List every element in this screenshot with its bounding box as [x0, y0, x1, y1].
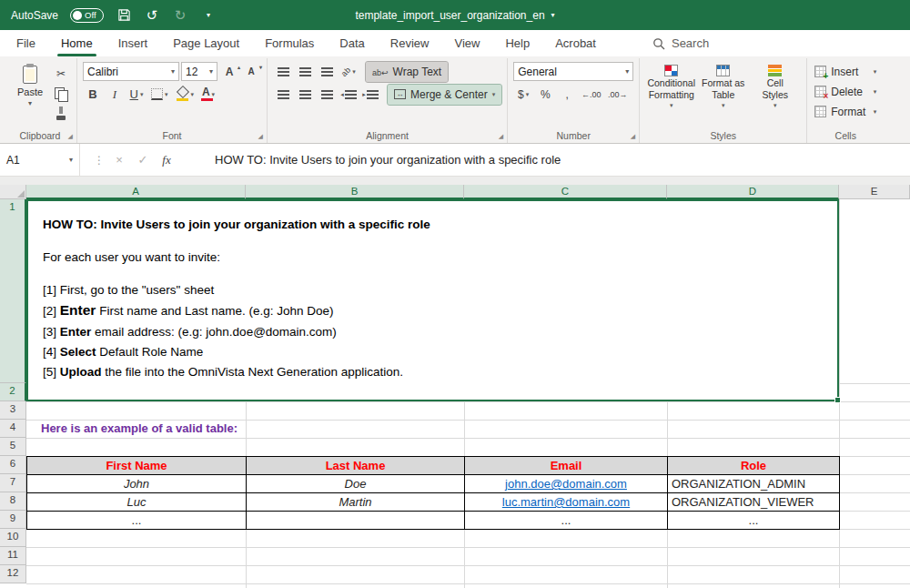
table-cell[interactable] [247, 512, 465, 530]
align-middle-button[interactable] [295, 63, 315, 81]
selection-fill-handle[interactable] [834, 397, 841, 403]
insert-cells-button[interactable]: Insert [813, 62, 878, 81]
row-header-9[interactable]: 9 [0, 511, 26, 529]
format-as-table-button[interactable]: Format as Table [697, 60, 749, 129]
number-format-select[interactable]: General [513, 62, 633, 81]
column-header-E[interactable]: E [839, 185, 910, 199]
select-all-corner[interactable] [0, 185, 26, 199]
customize-qat-button[interactable] [200, 7, 217, 24]
row-header-6[interactable]: 6 [0, 456, 26, 474]
conditional-formatting-button[interactable]: Conditional Formatting [645, 60, 697, 129]
table-header-role[interactable]: Role [668, 457, 840, 475]
wrap-text-button[interactable]: Wrap Text [366, 62, 448, 82]
align-top-button[interactable] [273, 63, 293, 81]
increase-indent-button[interactable] [360, 86, 380, 104]
align-right-button[interactable] [317, 86, 337, 104]
fill-color-button[interactable] [173, 86, 197, 104]
tab-file[interactable]: File [4, 30, 48, 56]
row-header-2[interactable]: 2 [0, 383, 26, 401]
merged-cell-A1[interactable]: HOW TO: Invite Users to join your organi… [26, 199, 839, 401]
insert-function-button[interactable]: fx [155, 153, 178, 167]
email-link[interactable]: luc.martin@domain.com [465, 493, 668, 512]
clipboard-dialog-launcher[interactable]: ◢ [68, 133, 73, 140]
formula-input[interactable]: HOW TO: Invite Users to join your organi… [215, 144, 561, 176]
font-color-button[interactable]: A [198, 86, 218, 104]
underline-button[interactable]: U [126, 86, 147, 104]
format-painter-button[interactable] [51, 105, 71, 123]
redo-button[interactable]: ↻ [172, 7, 188, 24]
cut-button[interactable]: ✂ [51, 65, 71, 83]
row-header-10[interactable]: 10 [0, 529, 26, 547]
font-dialog-launcher[interactable]: ◢ [258, 133, 263, 140]
autosave-toggle[interactable]: Off [70, 8, 104, 23]
document-title[interactable]: template_import_user_organization_en [355, 0, 554, 30]
alignment-dialog-launcher[interactable]: ◢ [499, 133, 503, 140]
row-header-8[interactable]: 8 [0, 492, 26, 511]
increase-font-size-button[interactable]: A [219, 63, 239, 81]
tab-insert[interactable]: Insert [106, 30, 161, 56]
font-name-select[interactable]: Calibri [83, 62, 179, 81]
comma-style-button[interactable]: , [557, 86, 577, 104]
table-cell[interactable]: Martin [247, 493, 465, 512]
name-box[interactable]: A1 [0, 144, 80, 176]
paste-button[interactable]: Paste [9, 60, 51, 129]
decrease-font-size-button[interactable]: A [241, 63, 261, 81]
row-header-12[interactable]: 12 [0, 565, 26, 583]
email-link[interactable]: john.doe@domain.com [465, 475, 668, 493]
align-bottom-button[interactable] [317, 63, 337, 81]
undo-button[interactable]: ↺ [144, 7, 160, 24]
table-header-email[interactable]: Email [465, 457, 668, 475]
decrease-decimal-button[interactable]: .00→ [605, 86, 630, 104]
table-cell[interactable]: Doe [247, 475, 465, 493]
percent-style-button[interactable]: % [535, 86, 555, 104]
row-header-7[interactable]: 7 [0, 474, 26, 492]
table-header-first-name[interactable]: First Name [27, 457, 247, 475]
column-header-B[interactable]: B [246, 185, 464, 199]
search-box[interactable]: Search [652, 30, 709, 56]
table-cell[interactable]: ... [27, 512, 247, 530]
tab-help[interactable]: Help [492, 30, 542, 56]
tab-acrobat[interactable]: Acrobat [542, 30, 609, 56]
format-cells-button[interactable]: Format [813, 102, 878, 121]
table-cell[interactable]: ORGANIZATION_VIEWER [668, 493, 840, 512]
delete-cells-button[interactable]: Delete [813, 82, 878, 101]
column-header-C[interactable]: C [464, 185, 667, 199]
borders-button[interactable] [148, 86, 171, 104]
tab-data[interactable]: Data [327, 30, 377, 56]
row-header-1[interactable]: 1 [0, 199, 26, 383]
row-header-3[interactable]: 3 [0, 401, 26, 420]
cancel-button[interactable]: × [107, 153, 131, 167]
decrease-indent-button[interactable] [339, 86, 359, 104]
merge-and-center-button[interactable]: Merge & Center [388, 85, 501, 105]
align-left-button[interactable] [273, 86, 293, 104]
row-header-5[interactable]: 5 [0, 438, 26, 456]
table-cell[interactable]: Luc [27, 493, 247, 512]
table-cell[interactable]: John [27, 475, 247, 493]
cell-styles-button[interactable]: Cell Styles [749, 60, 801, 129]
column-header-A[interactable]: A [26, 185, 246, 199]
increase-decimal-button[interactable]: ←.00 [579, 86, 603, 104]
copy-button[interactable] [51, 85, 71, 103]
column-header-D[interactable]: D [667, 185, 839, 199]
table-header-last-name[interactable]: Last Name [247, 457, 465, 475]
orientation-button[interactable] [339, 63, 359, 81]
table-cell[interactable]: ... [465, 512, 668, 530]
table-cell[interactable]: ORGANIZATION_ADMIN [668, 475, 840, 493]
example-intro-text[interactable]: Here is an example of a valid table: [26, 420, 572, 438]
tab-page-layout[interactable]: Page Layout [160, 30, 252, 56]
bold-button[interactable]: B [83, 86, 103, 104]
row-header-4[interactable]: 4 [0, 420, 26, 438]
tab-formulas[interactable]: Formulas [252, 30, 327, 56]
tab-home[interactable]: Home [48, 30, 106, 56]
number-dialog-launcher[interactable]: ◢ [631, 133, 635, 140]
row-header-11[interactable]: 11 [0, 547, 26, 565]
tab-view[interactable]: View [441, 30, 492, 56]
enter-button[interactable]: ✓ [131, 153, 155, 167]
accounting-format-button[interactable]: $ [513, 86, 533, 104]
align-center-button[interactable] [295, 86, 315, 104]
save-button[interactable] [116, 7, 132, 24]
font-size-select[interactable]: 12 [181, 62, 217, 81]
tab-review[interactable]: Review [378, 30, 442, 56]
italic-button[interactable]: I [105, 86, 125, 104]
table-cell[interactable]: ... [668, 512, 840, 530]
